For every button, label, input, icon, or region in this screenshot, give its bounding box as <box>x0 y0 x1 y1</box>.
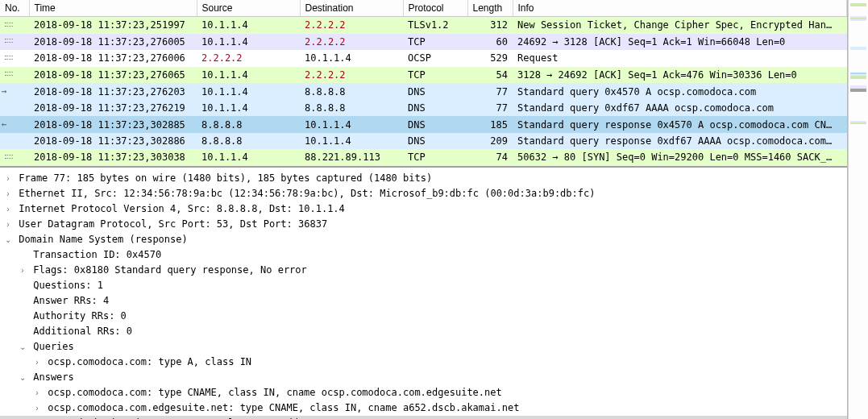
row-gutter <box>0 149 29 166</box>
cell-source: 10.1.1.4 <box>197 17 300 34</box>
tree-row-label: ocsp.comodoca.com.edgesuite.net: type CN… <box>42 402 519 413</box>
tree-row-label: ocsp.comodoca.com: type A, class IN <box>42 356 251 367</box>
cell-time: 2018-09-18 11:37:23,276065 <box>29 67 197 84</box>
col-header-info[interactable]: Info <box>513 0 847 17</box>
tree-row[interactable]: › Flags: 0x8180 Standard query response,… <box>0 263 847 278</box>
row-gutter: ← <box>0 116 29 133</box>
row-gutter <box>0 133 29 149</box>
disclosure-closed-icon[interactable]: › <box>32 386 42 400</box>
disclosure-closed-icon[interactable]: › <box>32 401 42 415</box>
packet-row[interactable]: →2018-09-18 11:37:23,27620310.1.1.48.8.8… <box>0 83 847 100</box>
cell-time: 2018-09-18 11:37:23,303038 <box>29 149 197 166</box>
tree-row-label: Frame 77: 185 bytes on wire (1480 bits),… <box>13 172 432 184</box>
tree-row[interactable]: › ocsp.comodoca.com: type CNAME, class I… <box>0 385 847 400</box>
col-header-time[interactable]: Time <box>29 0 197 17</box>
col-header-length[interactable]: Length <box>467 0 513 17</box>
disclosure-open-icon[interactable]: ⌄ <box>3 233 13 247</box>
cell-length: 60 <box>467 34 513 51</box>
cell-protocol: TLSv1.2 <box>403 17 467 34</box>
tree-row[interactable]: Transaction ID: 0x4570 <box>0 247 847 263</box>
disclosure-open-icon[interactable]: ⌄ <box>18 371 27 384</box>
packet-row[interactable]: 2018-09-18 11:37:23,3028868.8.8.810.1.1.… <box>0 133 847 149</box>
cell-destination: 88.221.89.113 <box>300 149 403 166</box>
packet-list-header[interactable]: No. Time Source Destination Protocol Len… <box>0 0 847 17</box>
tree-row[interactable]: › User Datagram Protocol, Src Port: 53, … <box>0 217 847 232</box>
row-gutter <box>0 17 29 34</box>
cell-length: 77 <box>467 83 513 100</box>
cell-info: Standard query 0x4570 A ocsp.comodoca.co… <box>513 83 847 100</box>
cell-info: 50632 → 80 [SYN] Seq=0 Win=29200 Len=0 M… <box>513 149 847 166</box>
tree-row[interactable]: Answer RRs: 4 <box>0 293 847 309</box>
cell-length: 209 <box>467 133 513 149</box>
cell-destination: 10.1.1.4 <box>300 133 403 149</box>
disclosure-closed-icon[interactable]: › <box>32 417 42 420</box>
minimap-mark <box>850 19 866 21</box>
tree-row[interactable]: › ocsp.comodoca.com: type A, class IN <box>0 355 847 370</box>
cell-source: 10.1.1.4 <box>197 34 300 51</box>
col-header-no[interactable]: No. <box>0 0 29 17</box>
cell-protocol: TCP <box>403 149 467 166</box>
packet-row[interactable]: 2018-09-18 11:37:23,30303810.1.1.488.221… <box>0 149 847 166</box>
tree-row-label: Transaction ID: 0x4570 <box>27 249 161 260</box>
packet-row[interactable]: 2018-09-18 11:37:23,27600510.1.1.42.2.2.… <box>0 34 847 51</box>
packet-details-pane[interactable]: › Frame 77: 185 bytes on wire (1480 bits… <box>0 168 847 420</box>
disclosure-open-icon[interactable]: ⌄ <box>18 340 27 354</box>
cell-protocol: DNS <box>403 100 467 116</box>
cell-source: 8.8.8.8 <box>197 116 300 133</box>
cell-time: 2018-09-18 11:37:23,276006 <box>29 50 197 67</box>
tree-row[interactable]: Additional RRs: 0 <box>0 324 847 339</box>
disclosure-closed-icon[interactable]: › <box>18 263 27 277</box>
minimap-mark <box>850 48 866 50</box>
cell-time: 2018-09-18 11:37:23,302885 <box>29 116 197 133</box>
disclosure-closed-icon[interactable]: › <box>3 202 13 216</box>
tree-row-label: Additional RRs: 0 <box>27 326 132 337</box>
cell-protocol: TCP <box>403 67 467 84</box>
packet-row[interactable]: 2018-09-18 11:37:23,27606510.1.1.42.2.2.… <box>0 67 847 84</box>
disclosure-closed-icon[interactable]: › <box>32 355 42 369</box>
packet-row[interactable]: ←2018-09-18 11:37:23,3028858.8.8.810.1.1… <box>0 116 847 133</box>
tree-row-label: User Datagram Protocol, Src Port: 53, Ds… <box>13 218 327 230</box>
col-header-destination[interactable]: Destination <box>300 0 403 17</box>
packet-row[interactable]: 2018-09-18 11:37:23,25199710.1.1.42.2.2.… <box>0 17 847 34</box>
tree-row[interactable]: › Internet Protocol Version 4, Src: 8.8.… <box>0 201 847 217</box>
packet-row[interactable]: 2018-09-18 11:37:23,27621910.1.1.48.8.8.… <box>0 100 847 116</box>
cell-time: 2018-09-18 11:37:23,276005 <box>29 34 197 51</box>
cell-protocol: TCP <box>403 34 467 51</box>
tree-row[interactable]: › Ethernet II, Src: 12:34:56:78:9a:bc (1… <box>0 186 847 201</box>
packet-list-pane[interactable]: No. Time Source Destination Protocol Len… <box>0 0 847 168</box>
tree-row[interactable]: ⌄ Answers <box>0 370 847 385</box>
cell-source: 10.1.1.4 <box>197 67 300 84</box>
tree-row[interactable]: › a652.dscb.akamai.net: type A, class IN… <box>0 416 847 420</box>
tree-row[interactable]: ⌄ Domain Name System (response) <box>0 232 847 247</box>
col-header-source[interactable]: Source <box>197 0 300 17</box>
disclosure-closed-icon[interactable]: › <box>3 218 13 231</box>
col-header-protocol[interactable]: Protocol <box>403 0 467 17</box>
cell-length: 77 <box>467 100 513 116</box>
cell-protocol: DNS <box>403 133 467 149</box>
cell-protocol: OCSP <box>403 50 467 67</box>
tree-row[interactable]: › Frame 77: 185 bytes on wire (1480 bits… <box>0 171 847 186</box>
row-gutter <box>0 100 29 116</box>
related-dots-icon <box>2 35 13 45</box>
cell-info: 24692 → 3128 [ACK] Seq=1 Ack=1 Win=66048… <box>513 34 847 51</box>
cell-time: 2018-09-18 11:37:23,302886 <box>29 133 197 149</box>
packet-minimap[interactable] <box>848 0 868 419</box>
tree-row[interactable]: Questions: 1 <box>0 278 847 293</box>
tree-row[interactable]: ⌄ Queries <box>0 339 847 355</box>
tree-row[interactable]: Authority RRs: 0 <box>0 309 847 324</box>
tree-row-label: Flags: 0x8180 Standard query response, N… <box>27 264 307 276</box>
tree-row-label: Authority RRs: 0 <box>27 310 127 322</box>
minimap-mark <box>850 122 866 124</box>
packet-row[interactable]: 2018-09-18 11:37:23,2760062.2.2.210.1.1.… <box>0 50 847 67</box>
cell-source: 2.2.2.2 <box>197 50 300 67</box>
tree-row-label: Domain Name System (response) <box>13 234 188 245</box>
disclosure-closed-icon[interactable]: › <box>3 187 13 201</box>
cell-length: 529 <box>467 50 513 67</box>
cell-info: Standard query response 0x4570 A ocsp.co… <box>513 116 847 133</box>
row-gutter <box>0 50 29 67</box>
tree-row[interactable]: › ocsp.comodoca.com.edgesuite.net: type … <box>0 400 847 416</box>
row-gutter <box>0 67 29 84</box>
cell-destination: 8.8.8.8 <box>300 100 403 116</box>
cell-destination: 2.2.2.2 <box>300 17 403 34</box>
disclosure-closed-icon[interactable]: › <box>3 172 13 185</box>
